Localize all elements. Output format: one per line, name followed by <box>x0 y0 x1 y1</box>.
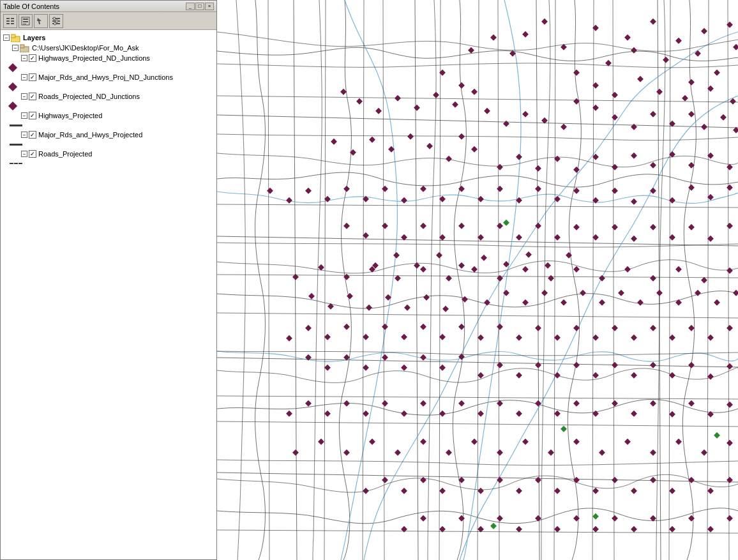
data-frame-item[interactable]: − C:\Users\JK\Desktop\For_Mo_Ask <box>2 43 215 53</box>
dataframe-expand[interactable]: − <box>12 45 19 51</box>
layers-root[interactable]: − Layers <box>2 33 215 43</box>
layer6-legend <box>2 159 215 168</box>
toc-titlebar: Table Of Contents _ □ × <box>1 1 216 12</box>
layer5-label: Major_Rds_and_Hwys_Projected <box>38 131 142 139</box>
layer6-expand[interactable]: − <box>21 151 27 157</box>
maximize-button[interactable]: □ <box>195 3 204 10</box>
toc-title-buttons: _ □ × <box>186 3 214 10</box>
layer5-checkbox[interactable] <box>29 131 36 139</box>
layer6-label: Roads_Projected <box>38 150 92 158</box>
layer4-checkbox[interactable] <box>29 112 36 119</box>
svg-rect-4 <box>11 20 14 22</box>
toc-panel: Table Of Contents _ □ × <box>0 0 217 560</box>
svg-marker-10 <box>37 18 41 24</box>
layer-item-major-rds-projected[interactable]: − Major_Rds_and_Hwys_Projected <box>2 130 215 140</box>
layer2-legend <box>2 82 215 91</box>
toc-title: Table Of Contents <box>3 3 59 10</box>
source-view-button[interactable] <box>19 14 33 28</box>
layer-item-highways-projected[interactable]: − Highways_Projected <box>2 110 215 121</box>
map-svg <box>217 0 738 560</box>
map-area[interactable] <box>217 0 738 560</box>
layer-item-major-rds-nd-junctions[interactable]: − Major_Rds_and_Hwys_Proj_ND_Junctions <box>2 72 215 82</box>
layer-item-highways-nd-junctions[interactable]: − Highways_Projected_ND_Junctions <box>2 53 215 63</box>
layer3-legend <box>2 102 215 110</box>
svg-rect-2 <box>6 23 10 24</box>
svg-rect-5 <box>11 23 14 24</box>
layer1-checkbox[interactable] <box>29 54 36 62</box>
close-button[interactable]: × <box>205 3 214 10</box>
layer6-checkbox[interactable] <box>29 150 36 158</box>
svg-rect-9 <box>23 24 26 24</box>
layer4-label: Highways_Projected <box>38 112 102 119</box>
layer3-label: Roads_Projected_ND_Junctions <box>38 93 140 100</box>
svg-rect-7 <box>23 19 28 20</box>
layer3-checkbox[interactable] <box>29 93 36 100</box>
layers-expand[interactable]: − <box>3 34 10 41</box>
layer1-label: Highways_Projected_ND_Junctions <box>38 54 150 62</box>
svg-rect-0 <box>6 18 10 19</box>
minimize-button[interactable]: _ <box>186 3 195 10</box>
layer3-expand[interactable]: − <box>21 93 27 100</box>
svg-rect-1 <box>6 20 10 22</box>
layer-item-roads-projected[interactable]: − Roads_Projected <box>2 149 215 159</box>
selection-button[interactable] <box>34 14 48 28</box>
toc-toolbar <box>1 12 216 30</box>
layer1-expand[interactable]: − <box>21 55 27 61</box>
list-view-button[interactable] <box>3 14 17 28</box>
toc-content: − Layers − C:\Users\JK <box>1 30 216 559</box>
layer1-legend <box>2 63 215 72</box>
svg-rect-8 <box>23 21 28 22</box>
layer4-legend <box>2 121 215 130</box>
svg-rect-18 <box>11 34 15 38</box>
layer4-expand[interactable]: − <box>21 112 27 119</box>
svg-rect-3 <box>11 18 14 19</box>
layer2-label: Major_Rds_and_Hwys_Proj_ND_Junctions <box>38 73 173 81</box>
layer-item-roads-nd-junctions[interactable]: − Roads_Projected_ND_Junctions <box>2 91 215 102</box>
layer2-checkbox[interactable] <box>29 73 36 81</box>
svg-point-14 <box>53 17 56 20</box>
layers-label: Layers <box>23 34 45 42</box>
options-button[interactable] <box>49 14 63 28</box>
svg-point-15 <box>56 20 58 22</box>
svg-point-16 <box>54 22 56 25</box>
layer5-expand[interactable]: − <box>21 132 27 138</box>
layer2-expand[interactable]: − <box>21 74 27 80</box>
layer5-legend <box>2 140 215 149</box>
svg-rect-20 <box>20 45 24 48</box>
dataframe-label: C:\Users\JK\Desktop\For_Mo_Ask <box>32 44 139 52</box>
